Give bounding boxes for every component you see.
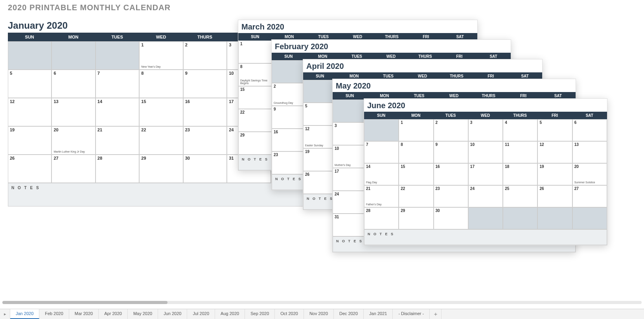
calendar-cell[interactable]: 15 — [139, 98, 183, 126]
calendar-cell[interactable]: 5 — [8, 70, 52, 98]
horizontal-scrollbar[interactable] — [2, 301, 642, 304]
calendar-cell[interactable]: 26 — [8, 155, 52, 183]
day-header: THURS — [503, 112, 537, 119]
calendar-cell[interactable]: 23 — [272, 151, 306, 174]
calendar-cell[interactable]: 3 — [468, 119, 503, 141]
calendar-cell[interactable]: 14 — [96, 98, 139, 126]
sheet-tab[interactable]: - Disclaimer - — [393, 309, 430, 319]
calendar-cell[interactable]: 20Martin Luther King Jr Day — [52, 126, 95, 155]
calendar-cell[interactable]: 15 — [238, 86, 272, 109]
calendar-cell[interactable]: 17 — [333, 168, 367, 191]
add-sheet-button[interactable]: ＋ — [430, 309, 442, 319]
calendar-cell[interactable] — [272, 60, 306, 83]
calendar-cell[interactable]: 29 — [139, 155, 183, 183]
calendar-cell[interactable] — [468, 207, 503, 229]
calendar-cell[interactable]: 9 — [434, 141, 468, 163]
calendar-cell[interactable]: 23 — [183, 126, 227, 155]
calendar-cell[interactable]: 30 — [183, 155, 227, 183]
calendar-cell[interactable]: 13 — [572, 141, 607, 163]
calendar-cell[interactable]: 8 — [139, 70, 183, 98]
sheet-tab[interactable]: Nov 2020 — [304, 309, 334, 319]
calendar-cell[interactable]: 27 — [572, 185, 607, 207]
calendar-cell[interactable]: 1 — [399, 119, 433, 141]
sheet-tab[interactable]: Jan 2021 — [364, 309, 393, 319]
calendar-cell[interactable]: 28 — [96, 155, 139, 183]
sheet-tab[interactable]: Jun 2020 — [158, 309, 187, 319]
calendar-cell[interactable]: 12 — [8, 98, 52, 126]
calendar-cell[interactable] — [96, 41, 139, 70]
calendar-cell[interactable]: 1New Year's Day — [139, 41, 183, 70]
calendar-cell[interactable]: 10 — [468, 141, 503, 163]
sheet-tab[interactable]: Oct 2020 — [275, 309, 304, 319]
calendar-cell[interactable]: 9 — [183, 70, 227, 98]
calendar-cell[interactable]: 7 — [96, 70, 139, 98]
calendar-cell[interactable] — [8, 41, 52, 70]
calendar-cell[interactable]: 29 — [399, 207, 433, 229]
calendar-cell[interactable] — [52, 41, 95, 70]
calendar-cell[interactable]: 13 — [52, 98, 95, 126]
calendar-cell[interactable]: 8Daylight Savings Time Begins — [238, 63, 272, 86]
calendar-cell[interactable]: 24 — [468, 185, 503, 207]
calendar-cell[interactable]: 22 — [399, 185, 433, 207]
calendar-cell[interactable]: 28 — [364, 207, 399, 229]
calendar-cell[interactable]: 3 — [333, 122, 367, 145]
sheet-tab[interactable]: May 2020 — [128, 309, 158, 319]
calendar-cell[interactable]: 23 — [434, 185, 468, 207]
calendar-cell[interactable]: 4 — [503, 119, 537, 141]
calendar-cell[interactable]: 9 — [272, 106, 306, 129]
sheet-tab[interactable]: Jul 2020 — [187, 309, 215, 319]
calendar-cell[interactable]: 2 — [434, 119, 468, 141]
calendar-cell[interactable]: 11 — [503, 141, 537, 163]
sheet-tab[interactable]: Sep 2020 — [245, 309, 275, 319]
calendar-cell[interactable]: 12 — [537, 141, 572, 163]
calendar-cell[interactable]: 6 — [52, 70, 95, 98]
tab-nav-prev-icon[interactable]: ▸ — [0, 309, 10, 319]
sheet-tab[interactable]: Jan 2020 — [10, 309, 39, 319]
notes-section[interactable]: N O T E S — [8, 183, 315, 207]
calendar-cell[interactable]: 16 — [434, 163, 468, 185]
sheet-tab[interactable]: Mar 2020 — [69, 309, 99, 319]
calendar-cell[interactable]: 27 — [52, 155, 95, 183]
calendar-cell[interactable]: 29 — [238, 132, 272, 155]
calendar-cell[interactable]: 2 — [183, 41, 227, 70]
calendar-cell[interactable]: 2Groundhog Day — [272, 83, 306, 106]
calendar-cell[interactable]: 10Mother's Day — [333, 145, 367, 168]
calendar-cell[interactable] — [572, 207, 607, 229]
calendar-cell[interactable]: 22 — [238, 109, 272, 132]
calendar-cell[interactable] — [537, 207, 572, 229]
calendar-cell[interactable]: 14Flag Day — [364, 163, 399, 185]
day-header: FRI — [537, 112, 572, 119]
calendar-cell[interactable]: 26 — [537, 185, 572, 207]
calendar-cell[interactable]: 16 — [272, 129, 306, 151]
calendar-cell[interactable] — [333, 100, 367, 122]
calendar-cell[interactable]: 24 — [333, 191, 367, 214]
sheet-tab[interactable]: Feb 2020 — [39, 309, 69, 319]
sheet-tab[interactable]: Apr 2020 — [99, 309, 128, 319]
calendar-title: April 2020 — [303, 59, 542, 72]
calendar-cell[interactable]: 30 — [434, 207, 468, 229]
calendar-cell[interactable]: 21Father's Day — [364, 185, 399, 207]
calendar-cell[interactable] — [503, 207, 537, 229]
calendar-cell[interactable]: 7 — [364, 141, 399, 163]
calendar-cell[interactable]: 19 — [537, 163, 572, 185]
calendar-cell[interactable]: 16 — [183, 98, 227, 126]
calendar-cell[interactable]: 21 — [96, 126, 139, 155]
calendar-cell[interactable]: 17 — [468, 163, 503, 185]
calendar-cell[interactable]: 15 — [399, 163, 433, 185]
calendar-cell[interactable]: 8 — [399, 141, 433, 163]
sheet-tab[interactable]: Aug 2020 — [215, 309, 245, 319]
calendar-cell[interactable]: 19 — [8, 126, 52, 155]
calendar-cell[interactable]: 31 — [333, 214, 367, 236]
calendar-cell[interactable]: 5 — [537, 119, 572, 141]
calendar-cell[interactable]: 18 — [503, 163, 537, 185]
day-header: THURS — [183, 33, 227, 41]
calendar-cell[interactable]: 20Summer Solstice — [572, 163, 607, 185]
calendar-cell[interactable]: 25 — [503, 185, 537, 207]
calendar-cell[interactable] — [364, 119, 399, 141]
calendar-cell[interactable]: 1 — [238, 41, 272, 63]
calendar-cell[interactable]: 6 — [572, 119, 607, 141]
calendar-cell[interactable]: 22 — [139, 126, 183, 155]
sheet-tab[interactable]: Dec 2020 — [334, 309, 364, 319]
scrollbar-thumb[interactable] — [2, 301, 167, 304]
notes-section[interactable]: N O T E S — [364, 229, 607, 245]
